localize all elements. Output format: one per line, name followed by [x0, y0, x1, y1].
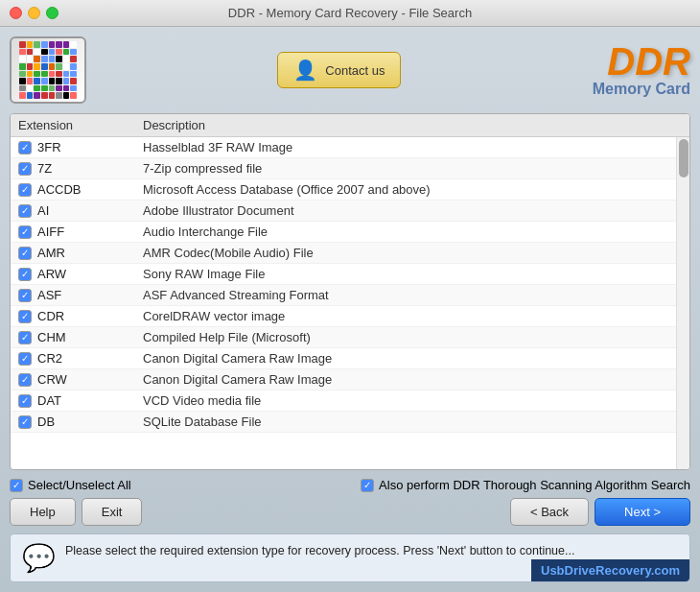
help-button[interactable]: Help	[10, 498, 76, 526]
col-extension: Extension	[18, 118, 143, 132]
row-extension: CDR	[37, 309, 143, 323]
table-row[interactable]: CHM Compiled Help File (Microsoft)	[11, 327, 676, 348]
checkbox-checked[interactable]	[18, 415, 32, 429]
scrollbar-thumb[interactable]	[679, 139, 688, 178]
logo-box	[10, 36, 86, 104]
thorough-scan-label[interactable]: Also perform DDR Thorough Scanning Algor…	[361, 478, 690, 492]
next-button[interactable]: Next >	[595, 498, 690, 526]
buttons-row: Help Exit < Back Next >	[10, 498, 690, 526]
row-extension: AMR	[37, 246, 143, 260]
ddr-brand: DDR Memory Card	[593, 42, 690, 98]
table-row[interactable]: DB SQLite Database File	[11, 412, 676, 433]
header: 👤 Contact us DDR Memory Card	[10, 36, 690, 104]
row-description: Audio Interchange File	[143, 225, 668, 239]
table-row[interactable]: CRW Canon Digital Camera Raw Image	[11, 369, 676, 391]
list-header: Extension Description	[11, 114, 689, 137]
row-extension: CRW	[37, 372, 143, 387]
main-content: 👤 Contact us DDR Memory Card Extension D…	[0, 27, 700, 592]
row-description: Canon Digital Camera Raw Image	[143, 372, 668, 387]
table-row[interactable]: 3FR Hasselblad 3F RAW Image	[11, 137, 676, 158]
checkbox-checked[interactable]	[18, 183, 32, 197]
row-checkbox[interactable]	[18, 162, 37, 176]
row-description: Microsoft Access Database (Office 2007 a…	[143, 182, 668, 197]
scrollbar[interactable]	[676, 137, 689, 469]
window-title: DDR - Memory Card Recovery - File Search	[228, 6, 472, 20]
row-extension: CR2	[37, 351, 143, 366]
checkbox-checked[interactable]	[18, 331, 32, 344]
checkbox-checked[interactable]	[18, 373, 32, 387]
table-row[interactable]: AIFF Audio Interchange File	[11, 222, 676, 243]
row-extension: ACCDB	[37, 182, 143, 197]
row-extension: DB	[37, 414, 143, 429]
maximize-button[interactable]	[46, 7, 58, 19]
row-checkbox[interactable]	[18, 247, 37, 260]
row-description: Sony RAW Image File	[143, 267, 668, 281]
checkbox-checked[interactable]	[18, 204, 32, 218]
checkbox-checked[interactable]	[18, 247, 32, 260]
row-extension: ASF	[37, 288, 143, 302]
row-description: SQLite Database File	[143, 414, 668, 429]
row-description: CorelDRAW vector image	[143, 309, 668, 323]
row-description: AMR Codec(Mobile Audio) File	[143, 246, 668, 260]
contact-label: Contact us	[325, 63, 385, 78]
info-text: Please select the required extension typ…	[65, 542, 678, 560]
contact-button[interactable]: 👤 Contact us	[277, 52, 401, 88]
checkbox-checked[interactable]	[18, 225, 32, 239]
checkbox-checked[interactable]	[18, 289, 32, 302]
back-button[interactable]: < Back	[510, 498, 589, 526]
checkbox-checked[interactable]	[18, 268, 32, 281]
row-extension: CHM	[37, 330, 143, 344]
exit-button[interactable]: Exit	[82, 498, 143, 526]
checkbox-checked[interactable]	[18, 162, 32, 176]
row-checkbox[interactable]	[18, 373, 37, 387]
row-description: Compiled Help File (Microsoft)	[143, 330, 668, 344]
select-all-label[interactable]: Select/Unselect All	[10, 478, 131, 492]
row-description: Adobe Illustrator Document	[143, 203, 668, 218]
row-checkbox[interactable]	[18, 183, 37, 197]
table-row[interactable]: ARW Sony RAW Image File	[11, 264, 676, 285]
table-row[interactable]: AMR AMR Codec(Mobile Audio) File	[11, 243, 676, 264]
ddr-sub: Memory Card	[593, 81, 690, 98]
row-description: VCD Video media file	[143, 393, 668, 408]
row-checkbox[interactable]	[18, 289, 37, 302]
window-controls[interactable]	[10, 7, 58, 19]
row-extension: 7Z	[37, 161, 143, 176]
row-extension: AIFF	[37, 225, 143, 239]
row-checkbox[interactable]	[18, 331, 37, 344]
row-extension: DAT	[37, 393, 143, 408]
checkbox-checked[interactable]	[18, 310, 32, 323]
row-checkbox[interactable]	[18, 204, 37, 218]
close-button[interactable]	[10, 7, 22, 19]
select-all-checkbox[interactable]	[10, 479, 23, 492]
table-row[interactable]: AI Adobe Illustrator Document	[11, 201, 676, 222]
logo-mosaic	[19, 41, 77, 99]
row-checkbox[interactable]	[18, 141, 37, 154]
checkbox-checked[interactable]	[18, 352, 32, 366]
title-bar: DDR - Memory Card Recovery - File Search	[0, 0, 700, 27]
minimize-button[interactable]	[28, 7, 40, 19]
row-checkbox[interactable]	[18, 415, 37, 429]
info-bar: 💬 Please select the required extension t…	[10, 533, 690, 582]
thorough-scan-checkbox[interactable]	[361, 479, 374, 492]
table-row[interactable]: CR2 Canon Digital Camera Raw Image	[11, 348, 676, 369]
table-row[interactable]: ACCDB Microsoft Access Database (Office …	[11, 179, 676, 201]
row-checkbox[interactable]	[18, 225, 37, 239]
usb-badge-text: UsbDriveRecovery.com	[541, 563, 680, 578]
table-row[interactable]: DAT VCD Video media file	[11, 391, 676, 412]
table-row[interactable]: CDR CorelDRAW vector image	[11, 306, 676, 327]
checkbox-checked[interactable]	[18, 394, 32, 408]
table-row[interactable]: 7Z 7-Zip compressed file	[11, 158, 676, 179]
row-checkbox[interactable]	[18, 352, 37, 366]
row-description: ASF Advanced Streaming Format	[143, 288, 668, 302]
checkbox-checked[interactable]	[18, 141, 32, 154]
row-checkbox[interactable]	[18, 310, 37, 323]
table-row[interactable]: ASF ASF Advanced Streaming Format	[11, 285, 676, 306]
row-checkbox[interactable]	[18, 268, 37, 281]
file-list-body[interactable]: 3FR Hasselblad 3F RAW Image 7Z 7-Zip com…	[11, 137, 676, 469]
col-description: Description	[143, 118, 682, 132]
row-checkbox[interactable]	[18, 394, 37, 408]
row-description: 7-Zip compressed file	[143, 161, 668, 176]
info-icon: 💬	[22, 542, 56, 574]
contact-button-wrapper[interactable]: 👤 Contact us	[277, 52, 401, 88]
contact-icon: 👤	[293, 59, 317, 82]
